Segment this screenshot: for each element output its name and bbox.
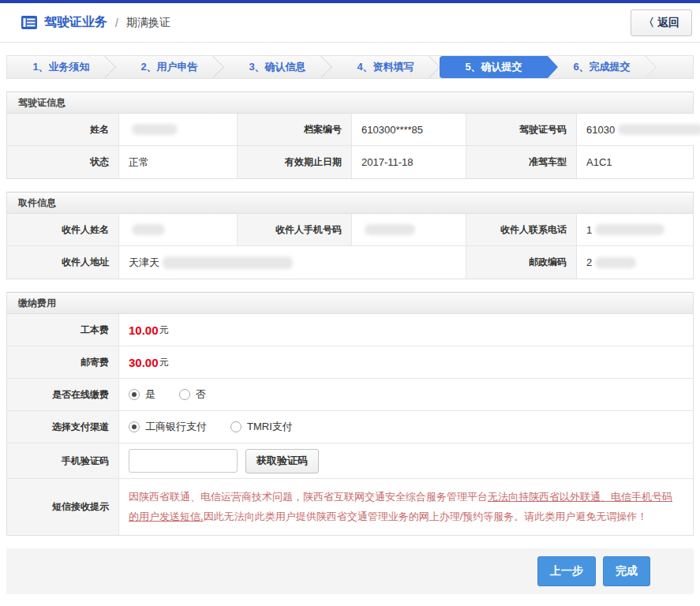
back-arrow-icon: 〈 [643,16,654,30]
postal-code-value: 2 [577,246,693,279]
sms-code-input[interactable] [129,449,238,473]
back-button[interactable]: 〈 返回 [631,9,692,36]
step-4-fill-data[interactable]: 4、资料填写 [331,56,440,78]
radio-unchecked-icon[interactable] [179,389,190,400]
notice-text-part1: 因陕西省联通、电信运营商技术问题，陕西省互联网交通安全综合服务管理平台 [129,491,488,503]
vehicle-class-value: A1C1 [577,146,693,178]
work-fee-value: 10.00 元 [119,314,693,346]
redacted-value [595,257,636,268]
license-no-prefix: 61030 [586,124,615,136]
online-pay-no-option[interactable]: 否 [179,387,206,402]
currency-unit: 元 [159,324,169,337]
currency-unit: 元 [159,356,169,369]
license-info-section: 驾驶证信息 姓名 档案编号 610300****85 驾驶证号码 61030 状… [6,92,694,179]
page-header: 驾驶证业务 / 期满换证 〈 返回 [0,3,700,43]
step-5-confirm-submit-active[interactable]: 5、确认提交 [440,56,548,78]
postage-fee-value: 30.00 元 [119,346,693,378]
expiry-date-value: 2017-11-18 [352,146,466,178]
channel-icbc-label: 工商银行支付 [145,420,207,434]
previous-step-button[interactable]: 上一步 [537,556,596,586]
step-2-user-declaration[interactable]: 2、用户申告 [115,56,223,78]
postage-fee-label: 邮寄费 [7,346,119,378]
pickup-info-section: 取件信息 收件人姓名 收件人手机号码 收件人联系电话 1 收件人地址 天津天 邮… [6,192,694,279]
table-row: 邮寄费 30.00 元 [7,346,693,379]
work-fee-label: 工本费 [7,314,119,346]
recipient-address-label: 收件人地址 [7,246,119,279]
redacted-value [163,256,293,269]
radio-checked-icon[interactable] [129,389,140,400]
sms-notice-text: 因陕西省联通、电信运营商技术问题，陕西省互联网交通安全综合服务管理平台无法向持陕… [119,479,693,535]
archive-no-value: 610300****85 [352,114,466,145]
redacted-value [365,224,415,235]
archive-no-label: 档案编号 [238,114,352,145]
status-value: 正常 [119,146,238,178]
step-6-complete-submit[interactable]: 6、完成提交 [548,56,656,78]
recipient-phone-label: 收件人联系电话 [466,214,577,245]
redacted-value [618,124,700,135]
form-list-icon [21,15,38,30]
license-info-section-title: 驾驶证信息 [7,92,693,114]
postage-fee-amount: 30.00 [129,356,159,369]
radio-unchecked-icon[interactable] [230,421,241,432]
page-title: 驾驶证业务 [44,14,107,31]
table-row: 工本费 10.00 元 [7,314,693,346]
wizard-steps: 1、业务须知 2、用户申告 3、确认信息 4、资料填写 5、确认提交 6、完成提… [6,55,694,79]
notice-text-part3: 因此无法向此类用户提供陕西省交通管理业务的网上办理/预约等服务。请此类用户避免无… [204,511,648,522]
table-row: 收件人地址 天津天 邮政编码 2 [7,246,693,279]
table-row: 短信接收提示 因陕西省联通、电信运营商技术问题，陕西省互联网交通安全综合服务管理… [7,479,693,535]
sms-code-label: 手机验证码 [7,443,119,478]
postal-code-prefix: 2 [586,256,592,268]
recipient-name-value [119,214,238,245]
online-pay-label: 是否在线缴费 [7,379,119,410]
recipient-address-prefix: 天津天 [129,256,159,270]
channel-tmri-label: TMRI支付 [247,420,293,434]
recipient-mobile-value [352,214,466,245]
payment-section: 缴纳费用 工本费 10.00 元 邮寄费 30.00 元 是否在线缴费 是 否 … [6,292,694,536]
table-row: 选择支付渠道 工商银行支付 TMRI支付 [7,411,693,443]
status-label: 状态 [7,146,119,178]
payment-section-title: 缴纳费用 [7,292,693,314]
pay-channel-label: 选择支付渠道 [7,411,119,443]
recipient-phone-value: 1 [577,214,693,245]
online-pay-yes-option[interactable]: 是 [129,387,155,402]
recipient-phone-prefix: 1 [586,224,592,236]
page-subtitle: 期满换证 [126,16,170,30]
step-1-business-notes[interactable]: 1、业务须知 [7,56,115,78]
work-fee-amount: 10.00 [129,324,159,337]
radio-checked-icon[interactable] [129,421,140,432]
recipient-name-label: 收件人姓名 [7,214,119,245]
vehicle-class-label: 准驾车型 [466,146,577,178]
license-no-value: 61030 [577,114,700,145]
channel-tmri-option[interactable]: TMRI支付 [230,420,293,434]
redacted-value [595,224,664,235]
license-no-label: 驾驶证号码 [466,114,577,145]
online-pay-options: 是 否 [119,379,693,410]
steps-filler [656,56,693,78]
channel-icbc-option[interactable]: 工商银行支付 [129,420,207,434]
name-label: 姓名 [7,114,119,145]
sms-code-cell: 获取验证码 [119,443,693,478]
step-3-confirm-info[interactable]: 3、确认信息 [223,56,331,78]
redacted-value [132,224,165,235]
table-row: 姓名 档案编号 610300****85 驾驶证号码 61030 [7,114,693,146]
table-row: 状态 正常 有效期止日期 2017-11-18 准驾车型 A1C1 [7,146,693,178]
table-row: 是否在线缴费 是 否 [7,379,693,411]
footer-action-bar: 上一步 完成 [6,548,694,594]
table-row: 手机验证码 获取验证码 [7,443,693,479]
get-code-button[interactable]: 获取验证码 [245,449,319,473]
back-button-label: 返回 [657,16,679,30]
pay-channel-options: 工商银行支付 TMRI支付 [119,411,693,443]
pickup-info-section-title: 取件信息 [7,192,693,214]
breadcrumb-divider: / [115,17,118,29]
redacted-value [132,124,178,135]
table-row: 收件人姓名 收件人手机号码 收件人联系电话 1 [7,214,693,246]
online-pay-yes-label: 是 [145,387,155,402]
recipient-mobile-label: 收件人手机号码 [238,214,352,245]
expiry-date-label: 有效期止日期 [238,146,352,178]
postal-code-label: 邮政编码 [466,246,577,279]
finish-button[interactable]: 完成 [603,556,650,586]
name-value [119,114,238,145]
breadcrumb: 驾驶证业务 / 期满换证 [21,14,170,31]
online-pay-no-label: 否 [196,387,206,402]
sms-notice-label: 短信接收提示 [7,479,119,535]
